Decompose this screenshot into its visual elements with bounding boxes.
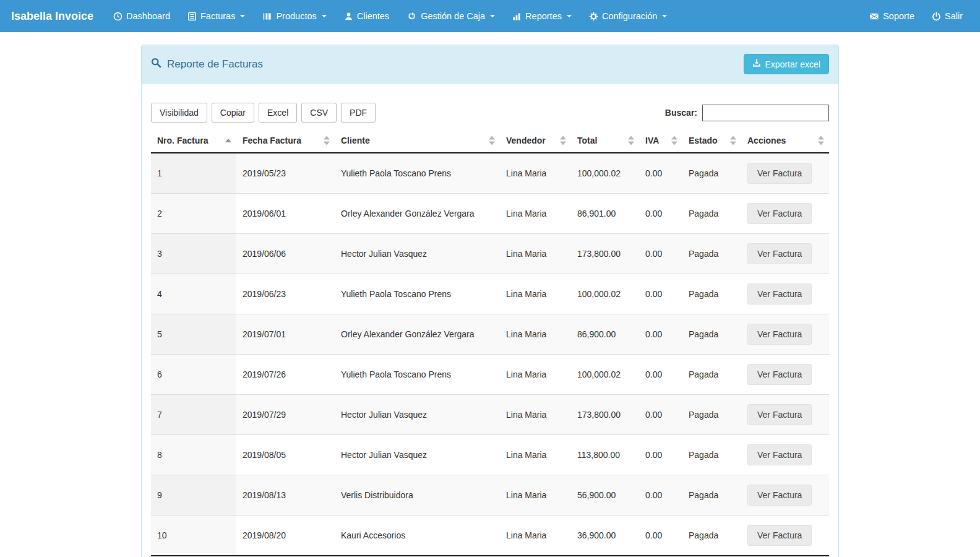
column-header-fecha-factura[interactable]: Fecha Factura [236,129,335,153]
column-label: Nro. Factura [157,136,208,145]
pdf-button[interactable]: PDF [341,103,376,123]
view-invoice-button[interactable]: Ver Factura [747,485,812,506]
nav-item-reportes[interactable]: Reportes [504,0,580,32]
column-header-iva[interactable]: IVA [639,129,682,153]
cell-estado: Pagada [682,435,741,475]
main-container: Reporte de Facturas Exportar excel Visib… [141,45,839,557]
view-invoice-button[interactable]: Ver Factura [747,324,812,345]
chevron-down-icon [240,15,245,17]
view-invoice-button[interactable]: Ver Factura [747,364,812,385]
cell-acciones: Ver Factura [741,274,829,314]
column-label: IVA [645,136,659,145]
column-label: Acciones [747,136,786,145]
column-label: Estado [689,136,718,145]
sort-arrows-icon [225,139,231,142]
cell-total: 113,800.00 [571,435,639,475]
cell-vendedor: Lina Maria [500,274,571,314]
cell-nro-factura: 1 [151,153,236,194]
table-row: 32019/06/06Hector Julian VasquezLina Mar… [151,234,829,274]
cell-cliente: Yulieth Paola Toscano Prens [335,274,500,314]
table-toolbar: VisibilidadCopiarExcelCSVPDF Buscar: [151,103,829,123]
table-row: 92019/08/13Verlis DistribuidoraLina Mari… [151,475,829,516]
cell-cliente: Kauri Accesorios [335,516,500,556]
cell-vendedor: Lina Maria [500,234,571,274]
cell-cliente: Verlis Distribuidora [335,475,500,516]
download-icon [752,59,761,69]
cell-acciones: Ver Factura [741,475,829,516]
column-header-nro-factura[interactable]: Nro. Factura [151,129,236,153]
cell-total: 56,900.00 [571,475,639,516]
cell-acciones: Ver Factura [741,234,829,274]
column-label: Total [577,136,597,145]
cell-nro-factura: 5 [151,314,236,355]
column-header-estado[interactable]: Estado [682,129,741,153]
cell-nro-factura: 9 [151,475,236,516]
view-invoice-button[interactable]: Ver Factura [747,203,812,224]
report-panel: Reporte de Facturas Exportar excel Visib… [141,45,839,557]
visibility-button[interactable]: Visibilidad [151,103,207,123]
column-header-vendedor[interactable]: Vendedor [500,129,571,153]
view-invoice-button[interactable]: Ver Factura [747,283,812,304]
exchange-icon [406,11,417,21]
cell-total: 100,000.02 [571,355,639,395]
nav-item-facturas[interactable]: Facturas [179,0,254,32]
copy-button[interactable]: Copiar [212,103,254,123]
column-header-total[interactable]: Total [571,129,639,153]
brand: Isabella Invoice [0,10,105,23]
view-invoice-button[interactable]: Ver Factura [747,525,812,546]
sort-arrows-icon [671,136,677,145]
cell-fecha-factura: 2019/08/13 [236,475,335,516]
nav-item-gestion-de-caja[interactable]: Gestión de Caja [398,0,504,32]
nav-item-clientes[interactable]: Clientes [335,0,398,32]
sort-arrows-icon [324,136,330,145]
cell-estado: Pagada [682,274,741,314]
page-title: Reporte de Facturas [167,58,263,71]
cell-vendedor: Lina Maria [500,435,571,475]
cell-iva: 0.00 [639,435,682,475]
cell-cliente: Hector Julian Vasquez [335,435,500,475]
column-header-cliente[interactable]: Cliente [335,129,500,153]
chevron-down-icon [322,15,327,17]
nav-item-configuracion[interactable]: Configuración [580,0,676,32]
column-label: Fecha Factura [243,136,301,145]
cell-acciones: Ver Factura [741,355,829,395]
cell-cliente: Hector Julian Vasquez [335,234,500,274]
cell-cliente: Orley Alexander González Vergara [335,314,500,355]
cell-acciones: Ver Factura [741,435,829,475]
export-button-group: VisibilidadCopiarExcelCSVPDF [151,103,376,123]
nav-item-label: Gestión de Caja [421,11,485,21]
table-row: 52019/07/01Orley Alexander González Verg… [151,314,829,355]
csv-button[interactable]: CSV [301,103,337,123]
view-invoice-button[interactable]: Ver Factura [747,243,812,264]
search-input[interactable] [702,105,829,121]
nav-item-productos[interactable]: Productos [254,0,335,32]
cell-iva: 0.00 [639,234,682,274]
column-header-acciones[interactable]: Acciones [741,129,829,153]
cell-total: 100,000.02 [571,153,639,194]
table-header-row: Nro. FacturaFecha FacturaClienteVendedor… [151,129,829,153]
cell-total: 100,000.02 [571,274,639,314]
nav-item-salir[interactable]: Salir [923,0,971,32]
cell-fecha-factura: 2019/05/23 [236,153,335,194]
cell-fecha-factura: 2019/07/26 [236,355,335,395]
cell-cliente: Yulieth Paola Toscano Prens [335,355,500,395]
sort-arrows-icon [628,136,634,145]
view-invoice-button[interactable]: Ver Factura [747,404,812,425]
cell-estado: Pagada [682,516,741,556]
nav-item-soporte[interactable]: Soporte [861,0,923,32]
cell-nro-factura: 6 [151,355,236,395]
excel-button[interactable]: Excel [259,103,297,123]
view-invoice-button[interactable]: Ver Factura [747,163,812,184]
export-excel-button[interactable]: Exportar excel [744,54,829,74]
cell-iva: 0.00 [639,194,682,234]
cell-iva: 0.00 [639,395,682,435]
barcode-icon [262,12,272,21]
nav-item-dashboard[interactable]: Dashboard [105,0,179,32]
cell-fecha-factura: 2019/08/20 [236,516,335,556]
view-invoice-button[interactable]: Ver Factura [747,444,812,465]
cell-vendedor: Lina Maria [500,355,571,395]
cell-vendedor: Lina Maria [500,194,571,234]
cell-vendedor: Lina Maria [500,395,571,435]
cell-total: 86,901.00 [571,194,639,234]
sort-arrows-icon [489,136,495,145]
